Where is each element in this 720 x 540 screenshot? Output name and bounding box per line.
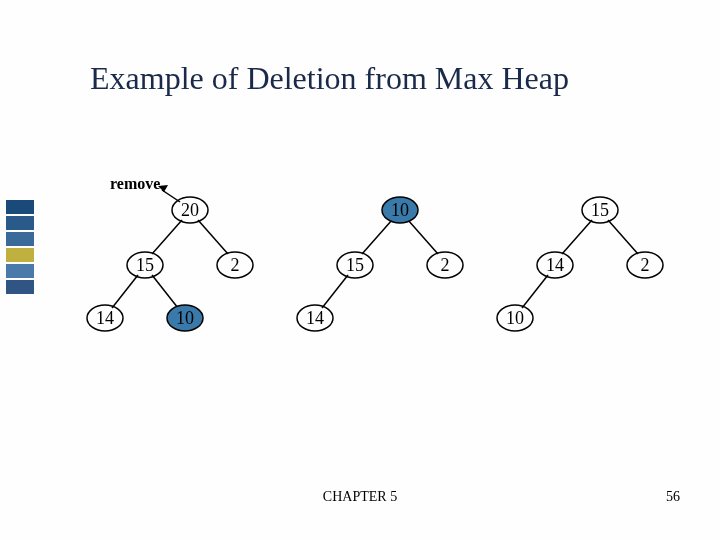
- tree2-edge: [408, 220, 438, 254]
- tree2-edge: [322, 275, 348, 308]
- tree1-edge: [198, 220, 228, 254]
- tree2-right-text: 2: [441, 255, 450, 275]
- tree3-edge: [562, 220, 592, 254]
- tree1-edge: [152, 220, 182, 254]
- tree2-edge: [362, 220, 392, 254]
- tree2-left-text: 15: [346, 255, 364, 275]
- tree3-edge: [608, 220, 638, 254]
- tree3-left-text: 14: [546, 255, 564, 275]
- tree1-left-text: 15: [136, 255, 154, 275]
- footer-page-number: 56: [666, 489, 680, 505]
- slide-title: Example of Deletion from Max Heap: [90, 60, 569, 97]
- tree1-leftleft-text: 14: [96, 308, 114, 328]
- remove-arrowhead: [158, 185, 168, 192]
- footer-chapter: CHAPTER 5: [323, 489, 397, 505]
- tree1-leftright-text: 10: [176, 308, 194, 328]
- tree1-edge: [152, 275, 178, 308]
- tree1-edge: [112, 275, 138, 308]
- heap-diagram: 20 15 2 14 10 10 15 2 14 15 14 2 10: [0, 160, 720, 400]
- tree3-edge: [522, 275, 548, 308]
- tree2-leftleft-text: 14: [306, 308, 324, 328]
- tree2-root-text: 10: [391, 200, 409, 220]
- tree1-right-text: 2: [231, 255, 240, 275]
- tree3-right-text: 2: [641, 255, 650, 275]
- tree3-leftleft-text: 10: [506, 308, 524, 328]
- tree1-root-text: 20: [181, 200, 199, 220]
- tree3-root-text: 15: [591, 200, 609, 220]
